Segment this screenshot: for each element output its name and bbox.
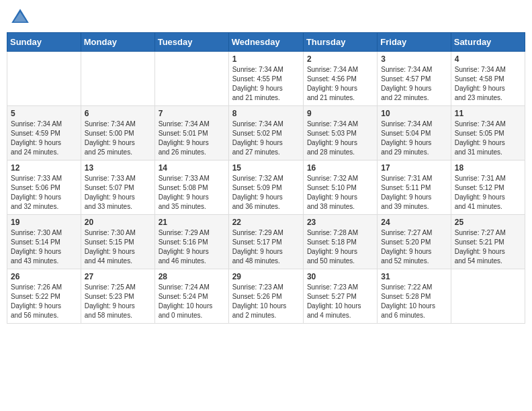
day-number: 3 [381, 54, 447, 64]
day-info: Sunrise: 7:34 AM Sunset: 5:00 PM Dayligh… [85, 120, 151, 157]
calendar-cell [81, 52, 154, 106]
calendar-cell: 20Sunrise: 7:30 AM Sunset: 5:15 PM Dayli… [81, 215, 154, 269]
day-info: Sunrise: 7:32 AM Sunset: 5:10 PM Dayligh… [307, 174, 373, 212]
day-info: Sunrise: 7:26 AM Sunset: 5:22 PM Dayligh… [11, 283, 77, 320]
calendar-cell: 18Sunrise: 7:31 AM Sunset: 5:12 PM Dayli… [451, 161, 525, 215]
calendar-week-row: 5Sunrise: 7:34 AM Sunset: 4:59 PM Daylig… [7, 106, 525, 161]
weekday-header: Wednesday [228, 33, 303, 52]
calendar-cell: 17Sunrise: 7:31 AM Sunset: 5:11 PM Dayli… [378, 161, 451, 215]
day-info: Sunrise: 7:27 AM Sunset: 5:20 PM Dayligh… [381, 228, 447, 266]
day-info: Sunrise: 7:25 AM Sunset: 5:23 PM Dayligh… [85, 283, 151, 320]
calendar-cell: 15Sunrise: 7:32 AM Sunset: 5:09 PM Dayli… [228, 161, 303, 215]
calendar-week-row: 1Sunrise: 7:34 AM Sunset: 4:55 PM Daylig… [7, 52, 525, 106]
day-info: Sunrise: 7:31 AM Sunset: 5:12 PM Dayligh… [455, 174, 521, 212]
day-info: Sunrise: 7:31 AM Sunset: 5:11 PM Dayligh… [381, 174, 447, 212]
day-number: 24 [381, 218, 447, 227]
day-number: 27 [85, 272, 151, 281]
calendar-cell: 31Sunrise: 7:22 AM Sunset: 5:28 PM Dayli… [378, 269, 451, 324]
calendar-cell: 11Sunrise: 7:34 AM Sunset: 5:05 PM Dayli… [451, 106, 525, 161]
calendar-cell: 7Sunrise: 7:34 AM Sunset: 5:01 PM Daylig… [154, 106, 228, 161]
day-number: 20 [85, 218, 151, 227]
day-info: Sunrise: 7:34 AM Sunset: 5:03 PM Dayligh… [307, 120, 373, 157]
day-number: 28 [159, 272, 225, 281]
day-number: 4 [455, 54, 521, 64]
calendar-cell: 5Sunrise: 7:34 AM Sunset: 4:59 PM Daylig… [7, 106, 81, 161]
day-number: 11 [455, 109, 521, 118]
weekday-header: Tuesday [154, 33, 228, 52]
day-number: 31 [381, 272, 447, 281]
calendar-cell: 21Sunrise: 7:29 AM Sunset: 5:16 PM Dayli… [154, 215, 228, 269]
logo [9, 7, 34, 28]
day-info: Sunrise: 7:33 AM Sunset: 5:08 PM Dayligh… [159, 174, 225, 212]
day-info: Sunrise: 7:22 AM Sunset: 5:28 PM Dayligh… [381, 283, 447, 320]
day-info: Sunrise: 7:34 AM Sunset: 4:57 PM Dayligh… [381, 65, 447, 103]
day-info: Sunrise: 7:34 AM Sunset: 5:04 PM Dayligh… [381, 120, 447, 157]
day-number: 13 [85, 163, 151, 173]
calendar-cell [7, 52, 81, 106]
calendar-cell: 28Sunrise: 7:24 AM Sunset: 5:24 PM Dayli… [154, 269, 228, 324]
weekday-header-row: SundayMondayTuesdayWednesdayThursdayFrid… [7, 33, 525, 52]
page-header [7, 7, 525, 28]
day-info: Sunrise: 7:34 AM Sunset: 5:02 PM Dayligh… [232, 120, 300, 157]
day-info: Sunrise: 7:33 AM Sunset: 5:07 PM Dayligh… [85, 174, 151, 212]
day-number: 14 [159, 163, 225, 173]
calendar-cell: 13Sunrise: 7:33 AM Sunset: 5:07 PM Dayli… [81, 161, 154, 215]
calendar-cell: 25Sunrise: 7:27 AM Sunset: 5:21 PM Dayli… [451, 215, 525, 269]
day-info: Sunrise: 7:32 AM Sunset: 5:09 PM Dayligh… [232, 174, 300, 212]
calendar-cell: 12Sunrise: 7:33 AM Sunset: 5:06 PM Dayli… [7, 161, 81, 215]
day-info: Sunrise: 7:30 AM Sunset: 5:15 PM Dayligh… [85, 228, 151, 266]
calendar-week-row: 26Sunrise: 7:26 AM Sunset: 5:22 PM Dayli… [7, 269, 525, 324]
day-number: 5 [11, 109, 77, 118]
day-info: Sunrise: 7:33 AM Sunset: 5:06 PM Dayligh… [11, 174, 77, 212]
weekday-header: Saturday [451, 33, 525, 52]
day-number: 30 [307, 272, 373, 281]
calendar-cell: 22Sunrise: 7:29 AM Sunset: 5:17 PM Dayli… [228, 215, 303, 269]
calendar-cell: 8Sunrise: 7:34 AM Sunset: 5:02 PM Daylig… [228, 106, 303, 161]
day-info: Sunrise: 7:28 AM Sunset: 5:18 PM Dayligh… [307, 228, 373, 266]
weekday-header: Monday [81, 33, 154, 52]
day-info: Sunrise: 7:23 AM Sunset: 5:26 PM Dayligh… [232, 283, 300, 320]
day-number: 22 [232, 218, 300, 227]
calendar-cell: 16Sunrise: 7:32 AM Sunset: 5:10 PM Dayli… [303, 161, 377, 215]
weekday-header: Thursday [303, 33, 377, 52]
day-number: 26 [11, 272, 77, 281]
calendar-cell: 1Sunrise: 7:34 AM Sunset: 4:55 PM Daylig… [228, 52, 303, 106]
day-number: 16 [307, 163, 373, 173]
calendar-cell: 9Sunrise: 7:34 AM Sunset: 5:03 PM Daylig… [303, 106, 377, 161]
day-number: 8 [232, 109, 300, 118]
day-number: 9 [307, 109, 373, 118]
day-number: 2 [307, 54, 373, 64]
day-number: 12 [11, 163, 77, 173]
day-number: 17 [381, 163, 447, 173]
calendar-cell: 4Sunrise: 7:34 AM Sunset: 4:58 PM Daylig… [451, 52, 525, 106]
day-info: Sunrise: 7:34 AM Sunset: 5:05 PM Dayligh… [455, 120, 521, 157]
day-number: 7 [159, 109, 225, 118]
day-info: Sunrise: 7:34 AM Sunset: 4:55 PM Dayligh… [232, 65, 300, 103]
calendar-cell [451, 269, 525, 324]
calendar-cell: 10Sunrise: 7:34 AM Sunset: 5:04 PM Dayli… [378, 106, 451, 161]
calendar-cell: 27Sunrise: 7:25 AM Sunset: 5:23 PM Dayli… [81, 269, 154, 324]
weekday-header: Friday [378, 33, 451, 52]
logo-icon [9, 7, 31, 28]
calendar-cell: 26Sunrise: 7:26 AM Sunset: 5:22 PM Dayli… [7, 269, 81, 324]
day-info: Sunrise: 7:34 AM Sunset: 4:56 PM Dayligh… [307, 65, 373, 103]
day-info: Sunrise: 7:34 AM Sunset: 5:01 PM Dayligh… [159, 120, 225, 157]
calendar-cell: 3Sunrise: 7:34 AM Sunset: 4:57 PM Daylig… [378, 52, 451, 106]
day-number: 23 [307, 218, 373, 227]
day-info: Sunrise: 7:34 AM Sunset: 4:59 PM Dayligh… [11, 120, 77, 157]
day-info: Sunrise: 7:29 AM Sunset: 5:17 PM Dayligh… [232, 228, 300, 266]
calendar-cell: 2Sunrise: 7:34 AM Sunset: 4:56 PM Daylig… [303, 52, 377, 106]
day-info: Sunrise: 7:23 AM Sunset: 5:27 PM Dayligh… [307, 283, 373, 320]
day-number: 21 [159, 218, 225, 227]
day-number: 15 [232, 163, 300, 173]
day-number: 6 [85, 109, 151, 118]
day-number: 25 [455, 218, 521, 227]
calendar-cell: 23Sunrise: 7:28 AM Sunset: 5:18 PM Dayli… [303, 215, 377, 269]
day-number: 29 [232, 272, 300, 281]
day-number: 1 [232, 54, 300, 64]
day-info: Sunrise: 7:29 AM Sunset: 5:16 PM Dayligh… [159, 228, 225, 266]
day-number: 18 [455, 163, 521, 173]
day-info: Sunrise: 7:27 AM Sunset: 5:21 PM Dayligh… [455, 228, 521, 266]
calendar-cell [154, 52, 228, 106]
day-info: Sunrise: 7:34 AM Sunset: 4:58 PM Dayligh… [455, 65, 521, 103]
